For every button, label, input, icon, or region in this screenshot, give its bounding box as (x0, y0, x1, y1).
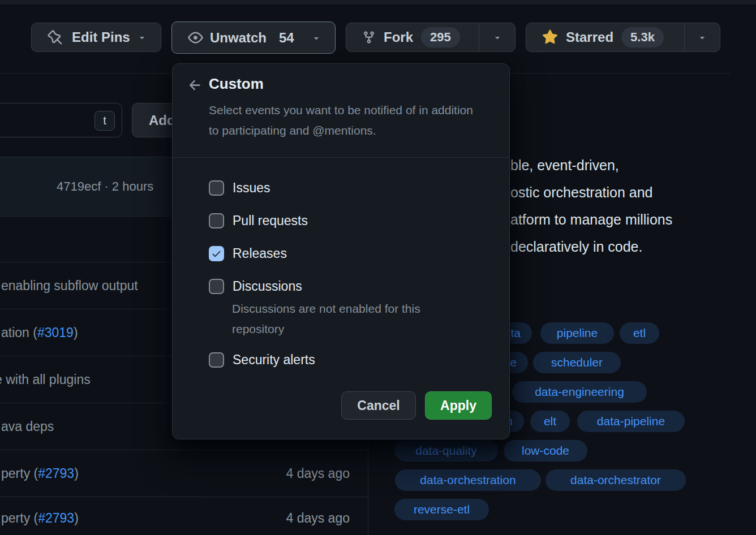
fork-count-badge: 295 (421, 27, 460, 48)
watch-count: 54 (279, 30, 294, 46)
issue-link[interactable]: #3019 (37, 325, 74, 340)
fork-icon (362, 31, 376, 44)
table-row[interactable]: perty (#2793) 4 days ago (0, 497, 368, 535)
pull-requests-checkbox[interactable] (209, 213, 224, 228)
issue-link[interactable]: #2793 (38, 466, 74, 481)
table-row[interactable]: perty (#2793) 4 days ago (0, 450, 368, 497)
topic-tag[interactable]: data-quality (394, 440, 498, 461)
caption-line: repository (232, 319, 420, 339)
star-button-group: Starred 5.3k (526, 23, 720, 52)
option-security-alerts[interactable]: Security alerts (209, 352, 315, 368)
topic-tag[interactable]: data-orchestration (395, 469, 541, 491)
commit-message[interactable]: ava deps (1, 419, 54, 434)
topic-tag[interactable]: data-pipeline (577, 411, 685, 432)
fork-button-group: Fork 295 (346, 23, 516, 52)
repo-description-line: ble, event-driven, (510, 157, 619, 174)
discussions-caption: Discussions are not enabled for this rep… (232, 299, 420, 339)
repo-description-line: ostic orchestration and (510, 184, 653, 201)
caption-line: Discussions are not enabled for this (232, 299, 420, 319)
topic-tag[interactable]: low-code (504, 440, 587, 461)
discussions-checkbox[interactable] (209, 279, 224, 294)
fork-label: Fork (384, 29, 413, 45)
unwatch-label: Unwatch (210, 30, 267, 46)
starred-label: Starred (566, 29, 613, 45)
option-label[interactable]: Issues (233, 180, 270, 196)
keyboard-shortcut-badge: t (94, 111, 115, 131)
eye-icon (188, 30, 203, 45)
commit-message-text: perty ( (1, 466, 38, 481)
custom-notifications-dialog: Custom Select events you want to be noti… (172, 63, 510, 439)
option-label[interactable]: Releases (233, 246, 287, 261)
fork-dropdown-button[interactable] (479, 23, 515, 51)
issues-checkbox[interactable] (209, 180, 224, 196)
commit-message-text: perty ( (1, 510, 38, 525)
commit-message[interactable]: e with all plugins (0, 372, 91, 387)
option-discussions[interactable]: Discussions (209, 279, 302, 294)
commit-time[interactable]: 4 days ago (286, 466, 350, 481)
commit-message-text: ) (74, 510, 79, 525)
repo-description-line: atform to manage millions (510, 212, 672, 228)
dialog-divider (173, 157, 509, 158)
option-pull-requests[interactable]: Pull requests (209, 213, 308, 228)
topic-tag[interactable]: data-engineering (512, 381, 647, 403)
fork-button[interactable]: Fork 295 (346, 23, 479, 51)
apply-button[interactable]: Apply (425, 391, 492, 420)
topic-tag[interactable]: elt (530, 411, 570, 432)
check-icon (211, 248, 222, 259)
topic-tag[interactable]: etl (620, 322, 659, 344)
security-alerts-checkbox[interactable] (209, 352, 224, 368)
option-label[interactable]: Security alerts (233, 352, 315, 368)
commit-message[interactable]: enabling subflow output (1, 278, 138, 294)
commit-message[interactable]: ation (#3019) (1, 325, 78, 340)
back-arrow-icon[interactable] (187, 77, 203, 93)
topic-tag[interactable]: scheduler (533, 352, 621, 373)
releases-checkbox[interactable] (209, 246, 224, 261)
dialog-description: Select events you want to be notified of… (209, 100, 482, 141)
page-top-edge (0, 0, 756, 5)
issue-link[interactable]: #2793 (38, 510, 74, 525)
chevron-down-icon (137, 32, 147, 42)
topic-tag[interactable]: data-orchestrator (545, 469, 686, 491)
latest-commit-info[interactable]: 4719ecf · 2 hours (57, 179, 153, 194)
star-icon (542, 29, 558, 45)
chevron-down-icon (492, 32, 502, 42)
commit-message-text: ) (74, 466, 79, 481)
commit-message[interactable]: perty (#2793) (1, 466, 79, 481)
option-issues[interactable]: Issues (209, 180, 270, 196)
commit-message[interactable]: perty (#2793) (1, 510, 79, 525)
chevron-down-icon (311, 33, 321, 43)
option-releases[interactable]: Releases (209, 246, 287, 261)
topic-tag[interactable]: reverse-etl (394, 499, 489, 520)
commit-message-text: ation ( (1, 325, 37, 340)
cancel-button[interactable]: Cancel (341, 391, 416, 420)
commit-time[interactable]: 4 days ago (286, 510, 350, 525)
edit-pins-button[interactable]: Edit Pins (31, 23, 161, 52)
commit-message-text: ) (74, 325, 78, 340)
option-label[interactable]: Discussions (233, 279, 302, 294)
topic-tag[interactable]: pipeline (540, 322, 614, 344)
repo-description-line: declaratively in code. (510, 239, 642, 255)
edit-pins-label: Edit Pins (72, 29, 130, 45)
pin-icon (48, 30, 63, 45)
dialog-title: Custom (209, 75, 264, 93)
option-label[interactable]: Pull requests (233, 213, 308, 228)
starred-button[interactable]: Starred 5.3k (526, 23, 684, 51)
chevron-down-icon (697, 32, 707, 42)
unwatch-button[interactable]: Unwatch 54 (171, 21, 336, 54)
star-dropdown-button[interactable] (685, 23, 720, 51)
star-count-badge: 5.3k (621, 27, 664, 48)
